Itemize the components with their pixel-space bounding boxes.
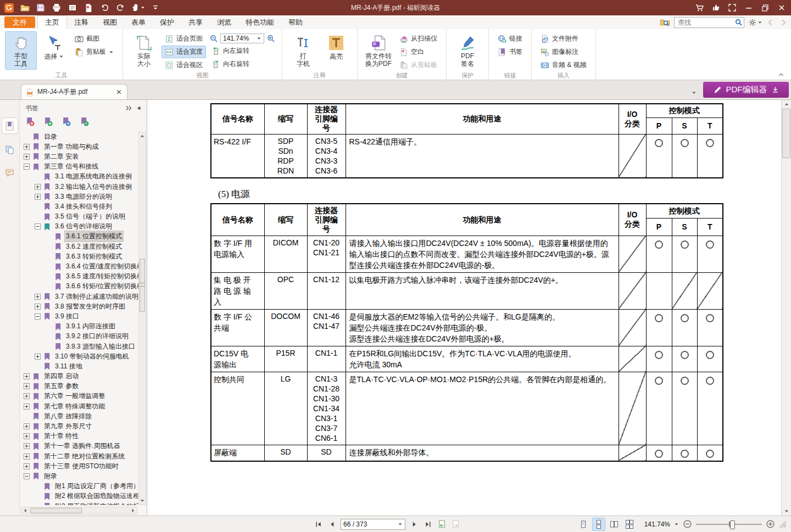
select-tool-button[interactable]: 选择 [38, 31, 70, 70]
tab-browse[interactable]: 浏览 [210, 15, 238, 29]
zoom-in-button[interactable] [766, 519, 775, 529]
bookmark-item[interactable]: 3.6.4 位置/速度控制切换模式 [20, 261, 138, 271]
bookmark-item[interactable]: 3.9.2 接口的详细说明 [20, 332, 138, 341]
expand-plus-icon[interactable] [24, 383, 30, 389]
bookmark-item[interactable]: 3.10 带制动器的伺服电机 [20, 351, 138, 361]
bookmark-item[interactable]: 3.9.3 源型输入输出接口 [20, 341, 138, 351]
expand-plus-icon[interactable] [24, 453, 30, 460]
tab-list-caret-icon[interactable] [692, 91, 697, 95]
bookmark-item[interactable]: 3.6.2 速度控制模式 [20, 242, 138, 251]
bookmark-item[interactable]: 3.6.3 转矩控制模式 [20, 251, 138, 261]
document-tab[interactable]: MR-J4-A手册.pdf [21, 84, 127, 99]
bookmark-item[interactable]: 第十章 特性 [20, 432, 138, 441]
bookmark-item[interactable]: 3.3 电源部分的说明 [20, 192, 138, 201]
bookmark-item[interactable]: 目录 [20, 132, 138, 142]
reading-mode-button[interactable] [724, 1, 740, 14]
redo-button[interactable] [115, 2, 126, 13]
add-bookmark-button[interactable] [42, 116, 53, 126]
expand-plus-icon[interactable] [35, 354, 41, 360]
hand-tool-button[interactable]: 手型 工具 [5, 31, 37, 70]
close-button[interactable] [773, 1, 790, 14]
bookmark-item[interactable]: 第八章 故障排除 [20, 411, 138, 421]
rotate-left-button[interactable]: 向左旋转 [208, 44, 276, 57]
expand-plus-icon[interactable] [24, 433, 30, 439]
tab-comment[interactable]: 注释 [67, 15, 96, 29]
previous-view-button[interactable] [437, 519, 447, 530]
bookmark-item[interactable]: 第九章 外形尺寸 [20, 421, 138, 431]
snapshot-button[interactable]: 截图 [71, 32, 117, 45]
document-vertical-scrollbar[interactable] [781, 100, 791, 516]
bookmark-item[interactable]: 3.6.6 转矩/位置控制切换模式 [20, 282, 138, 292]
expand-plus-icon[interactable] [35, 304, 41, 310]
zoom-caret-icon[interactable] [674, 522, 679, 527]
bookmark-item[interactable]: 第三章 信号和接线 [20, 162, 138, 172]
collapse-panel-icon[interactable] [133, 104, 143, 113]
next-view-button[interactable] [450, 519, 460, 530]
scroll-up-icon[interactable] [782, 100, 791, 108]
search-folder-icon[interactable] [660, 18, 670, 27]
fit-width-button[interactable]: 适合宽度 [161, 46, 206, 58]
expand-plus-icon[interactable] [24, 154, 30, 160]
facing-layout-button[interactable] [608, 518, 621, 531]
email-button[interactable] [67, 2, 78, 13]
bookmark-item[interactable]: 3.8 报警发生时的时序图 [20, 301, 138, 311]
bookmarks-horizontal-scrollbar[interactable] [21, 507, 137, 514]
rotate-right-button[interactable]: 向右旋转 [208, 58, 276, 70]
bookmark-item[interactable]: 第二章 安装 [20, 152, 138, 161]
highlight-button[interactable]: 高亮 [320, 31, 352, 70]
bookmark-item[interactable]: 附3 用于欧洲新电池指令的标 [20, 501, 138, 505]
scroll-up-icon[interactable] [139, 132, 146, 139]
collapse-minus-icon[interactable] [24, 164, 30, 170]
open-file-button[interactable] [19, 2, 30, 13]
store-button[interactable] [691, 1, 708, 14]
expand-plus-icon[interactable] [24, 393, 30, 399]
actual-size-button[interactable]: 实际 大小 [128, 31, 160, 70]
save-button[interactable] [35, 2, 46, 13]
bookmark-item[interactable]: 第六章 一般增益调整 [20, 391, 138, 401]
blank-page-button[interactable]: 空白 [396, 46, 441, 58]
quick-tool-button[interactable] [131, 2, 145, 13]
zoom-in-button[interactable] [266, 34, 275, 43]
single-page-layout-button[interactable] [577, 518, 590, 531]
file-menu-button[interactable]: 文件 [4, 16, 35, 28]
minimize-button[interactable] [740, 1, 757, 14]
bookmark-item[interactable]: 附2 根据联合国危险物运送相 [20, 491, 138, 501]
undo-button[interactable] [99, 2, 110, 13]
tab-share[interactable]: 共享 [181, 15, 210, 29]
bookmark-button[interactable]: 书签 [494, 46, 526, 58]
search-icon[interactable] [734, 18, 743, 26]
expand-plus-icon[interactable] [35, 294, 41, 300]
customize-toolbar-button[interactable] [150, 2, 161, 13]
search-input[interactable] [677, 18, 734, 27]
bookmark-item[interactable]: 3.2 输出输入信号的连接例 [20, 182, 138, 192]
scroll-right-icon[interactable] [130, 507, 137, 514]
bookmark-item[interactable]: 第一章 功能与构成 [20, 142, 138, 152]
expand-plus-icon[interactable] [35, 194, 41, 200]
comments-panel-button[interactable] [2, 165, 18, 180]
zoom-slider-handle[interactable] [730, 520, 735, 529]
collapse-minus-icon[interactable] [35, 223, 41, 229]
history-forward-icon[interactable] [779, 18, 788, 27]
bookmark-item[interactable]: 附录 [20, 471, 138, 481]
image-annotation-button[interactable]: 图像标注 [537, 46, 590, 58]
delete-bookmark-button[interactable] [24, 116, 35, 126]
expand-plus-icon[interactable] [24, 144, 30, 150]
expand-plus-icon[interactable] [24, 423, 30, 429]
bookmark-item[interactable]: 3.6 信号的详细说明 [20, 222, 138, 232]
bookmark-item[interactable]: 第十一章 选购件.周围机器 [20, 441, 138, 451]
bookmarks-vertical-scrollbar[interactable] [138, 132, 146, 505]
fit-visible-button[interactable]: 适合视区 [161, 59, 206, 71]
scroll-down-icon[interactable] [782, 508, 791, 515]
typewriter-button[interactable]: 打 字机 [287, 31, 319, 70]
facing-continuous-layout-button[interactable] [623, 518, 636, 531]
from-scanner-button[interactable]: 从扫描仪 [396, 32, 441, 45]
bookmark-item[interactable]: 3.9.1 内部连接图 [20, 322, 138, 332]
bookmark-item[interactable]: 3.6.5 速度/转矩控制切换模式 [20, 272, 138, 282]
pdf-editor-button[interactable]: PDF编辑器 [703, 82, 789, 98]
zoom-slider[interactable] [696, 519, 762, 530]
bookmark-item[interactable]: 3.4 接头和信号排列 [20, 201, 138, 211]
previous-page-button[interactable] [327, 519, 337, 530]
pdf-sign-button[interactable]: PDF 签名 [452, 31, 483, 70]
bookmark-item[interactable]: 3.11 接地 [20, 361, 138, 371]
bookmark-item[interactable]: 第七章 特殊调整功能 [20, 401, 138, 411]
